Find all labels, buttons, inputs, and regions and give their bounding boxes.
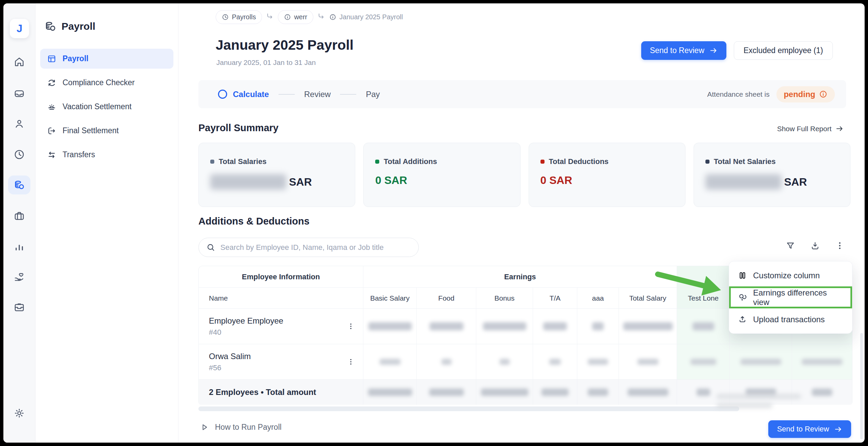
sidebar-header: Payroll — [35, 3, 178, 32]
reports-icon[interactable] — [12, 239, 27, 254]
employee-name: Orwa Salim — [209, 352, 251, 361]
menu-item-label: Customize column — [753, 271, 820, 280]
table-toolbar — [786, 241, 845, 251]
app-window: J Payroll Payroll Compliance Checker — [3, 3, 865, 443]
earnings-diff-icon — [738, 293, 747, 302]
clock-icon — [222, 14, 229, 21]
redacted-cell — [533, 309, 577, 344]
currency-suffix: SAR — [289, 176, 312, 188]
refresh-icon — [47, 78, 56, 88]
sunrise-icon — [47, 102, 56, 112]
currency-suffix: SAR — [784, 176, 807, 188]
redacted-cell — [619, 309, 677, 344]
menu-item-upload-transactions[interactable]: Upload transactions — [729, 308, 852, 330]
brand-logo[interactable]: J — [10, 19, 29, 38]
send-to-review-button[interactable]: Send to Review — [641, 41, 726, 60]
home-icon[interactable] — [12, 54, 27, 69]
show-full-report-link[interactable]: Show Full Report — [777, 124, 844, 133]
step-review[interactable]: Review — [304, 90, 331, 99]
header-actions: Send to Review Excluded employee (1) — [641, 41, 833, 60]
col-food[interactable]: Food — [417, 288, 476, 309]
redacted-total — [533, 380, 577, 405]
info-icon — [819, 90, 827, 98]
row-kebab-menu-icon[interactable] — [347, 358, 355, 366]
settings-gear-icon[interactable] — [12, 406, 27, 421]
payroll-icon[interactable] — [8, 175, 30, 194]
col-aaa[interactable]: aaa — [577, 288, 619, 309]
redacted-cell — [417, 344, 476, 380]
card-value: 0 SAR — [375, 174, 407, 187]
excluded-employee-label: Excluded employee (1) — [744, 46, 823, 55]
menu-item-earnings-differences-view[interactable]: Earnings differences view — [729, 286, 852, 308]
redacted-cell — [677, 344, 730, 380]
sidebar-item-final-settlement[interactable]: Final Settlement — [40, 121, 173, 141]
time-icon[interactable] — [12, 147, 27, 162]
col-total-salary[interactable]: Total Salary — [619, 288, 677, 309]
step-connector — [340, 94, 356, 95]
sidebar-item-payroll[interactable]: Payroll — [40, 49, 173, 69]
transfer-arrows-icon — [47, 150, 56, 160]
redacted-cell — [417, 309, 476, 344]
sidebar-item-label: Final Settlement — [63, 126, 119, 135]
sidebar-item-label: Transfers — [63, 150, 95, 159]
inbox-icon[interactable] — [12, 86, 27, 101]
kebab-menu-icon[interactable] — [835, 241, 845, 251]
redacted-cell — [792, 344, 852, 380]
sidebar-item-compliance-checker[interactable]: Compliance Checker — [40, 73, 173, 93]
step-pay[interactable]: Pay — [366, 90, 380, 99]
employee-cell: Employee Employee #40 — [199, 309, 363, 344]
exit-icon — [47, 126, 56, 136]
sidebar: Payroll Payroll Compliance Checker Vacat… — [35, 3, 178, 443]
filter-icon[interactable] — [786, 241, 795, 251]
how-to-run-payroll-link[interactable]: How to Run Payroll — [200, 423, 282, 432]
dot-icon — [210, 160, 214, 164]
menu-item-label: Earnings differences view — [753, 288, 843, 307]
upload-icon — [738, 315, 747, 324]
menu-item-customize-column[interactable]: Customize column — [729, 264, 852, 286]
employee-search[interactable] — [198, 238, 419, 257]
search-input[interactable] — [220, 243, 411, 252]
sidebar-item-transfers[interactable]: Transfers — [40, 145, 173, 165]
col-ta[interactable]: T/A — [533, 288, 577, 309]
arrow-right-icon — [709, 46, 718, 55]
sidebar-item-label: Vacation Settlement — [63, 102, 131, 111]
redacted-cell — [533, 344, 577, 380]
benefits-icon[interactable] — [12, 269, 27, 284]
page-subtitle: January 2025, 01 Jan to 31 Jan — [216, 58, 316, 67]
breadcrumb-label: werr — [294, 13, 307, 21]
summary-cards: Total Salaries SAR Total Additions 0 SAR… — [198, 143, 850, 207]
assets-icon[interactable] — [12, 300, 27, 315]
redacted-cell — [577, 344, 619, 380]
sidebar-item-vacation-settlement[interactable]: Vacation Settlement — [40, 97, 173, 117]
vertical-scrollbar[interactable] — [860, 333, 863, 439]
redacted-cell — [677, 309, 730, 344]
excluded-employee-button[interactable]: Excluded employee (1) — [734, 41, 833, 60]
col-test-lone[interactable]: Test Lone — [677, 288, 730, 309]
send-to-review-button-bottom[interactable]: Send to Review — [768, 420, 851, 438]
card-value: 0 SAR — [540, 174, 572, 187]
show-full-report-label: Show Full Report — [777, 125, 831, 133]
dot-icon — [705, 160, 709, 164]
col-basic-salary[interactable]: Basic Salary — [363, 288, 417, 309]
sidebar-title: Payroll — [62, 21, 95, 32]
breadcrumb-payrolls[interactable]: Payrolls — [216, 10, 262, 24]
briefcase-icon[interactable] — [12, 209, 27, 224]
breadcrumb-werr[interactable]: werr — [278, 10, 313, 24]
download-icon[interactable] — [810, 241, 820, 251]
main-content: Payrolls werr January 2025 Payroll Janua… — [178, 3, 865, 443]
step-calculate[interactable]: Calculate — [218, 90, 269, 99]
employees-icon[interactable] — [12, 117, 27, 132]
attendance-status: Attendance sheet is pending — [707, 86, 835, 102]
col-name[interactable]: Name — [199, 288, 363, 309]
horizontal-scrollbar[interactable] — [198, 406, 739, 411]
card-label: Total Salaries — [219, 157, 266, 166]
redacted-value — [705, 174, 781, 190]
redacted-total — [476, 380, 533, 405]
row-kebab-menu-icon[interactable] — [347, 322, 355, 330]
redacted-total — [363, 380, 417, 405]
pending-badge[interactable]: pending — [776, 86, 835, 102]
arrow-right-icon — [834, 425, 842, 433]
col-bonus[interactable]: Bonus — [476, 288, 533, 309]
icon-rail: J — [3, 3, 35, 443]
card-label: Total Net Salaries — [714, 157, 776, 166]
